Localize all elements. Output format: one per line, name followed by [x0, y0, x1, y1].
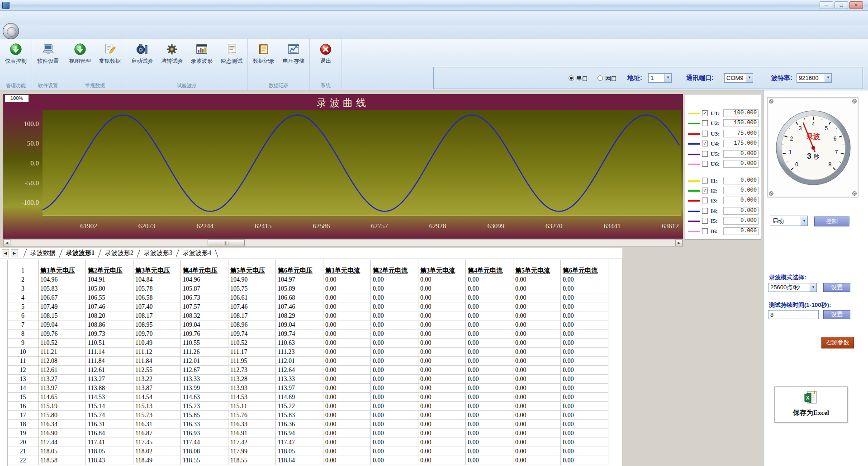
run-mode-select[interactable]: 启动▼	[770, 216, 808, 226]
table-cell[interactable]: 104.96	[181, 275, 228, 284]
table-cell[interactable]: 0.00	[418, 275, 466, 284]
table-cell[interactable]: 0.00	[418, 329, 466, 339]
table-cell[interactable]: 114.53	[228, 393, 276, 402]
table-cell[interactable]: 0.00	[323, 275, 371, 284]
table-cell[interactable]: 0.00	[418, 366, 466, 375]
table-cell[interactable]: 115.11	[228, 402, 276, 411]
table-cell[interactable]: 105.78	[133, 284, 181, 293]
table-cell[interactable]: 0.00	[561, 402, 608, 411]
column-header[interactable]: 第5单元电流	[513, 266, 561, 275]
table-cell[interactable]: 0.00	[513, 284, 561, 293]
table-cell[interactable]: 0.00	[371, 402, 418, 411]
table-cell[interactable]: 113.93	[228, 384, 276, 393]
table-cell[interactable]: 105.75	[228, 284, 276, 293]
table-cell[interactable]: 0.00	[466, 375, 513, 384]
table-cell[interactable]: 0.00	[371, 366, 418, 375]
table-cell[interactable]: 0.00	[418, 311, 466, 320]
table-cell[interactable]: 0.00	[371, 420, 418, 429]
table-cell[interactable]: 112.55	[133, 366, 181, 375]
table-cell[interactable]: 115.13	[133, 402, 181, 411]
table-cell[interactable]: 0.00	[561, 429, 608, 438]
table-cell[interactable]: 0.00	[418, 384, 466, 393]
series-checkbox[interactable]	[702, 198, 708, 203]
table-cell[interactable]: 113.28	[228, 375, 276, 384]
table-cell[interactable]: 104.90	[228, 275, 276, 284]
row-number[interactable]	[8, 260, 38, 266]
table-cell[interactable]: 0.00	[418, 402, 466, 411]
table-cell[interactable]: 0.00	[323, 384, 371, 393]
table-cell[interactable]: 0.00	[371, 411, 418, 420]
series-checkbox[interactable]	[702, 151, 708, 157]
table-cell[interactable]: 110.49	[133, 339, 181, 348]
table-cell[interactable]: 112.01	[181, 357, 228, 366]
table-cell[interactable]: 107.40	[133, 302, 181, 311]
table-cell[interactable]: 118.05	[38, 447, 86, 456]
scroll-right-arrow-icon[interactable]: ▶	[675, 240, 683, 246]
table-cell[interactable]: 112.64	[276, 366, 323, 375]
table-cell[interactable]: 0.00	[513, 411, 561, 420]
table-cell[interactable]: 104.96	[38, 275, 86, 284]
table-cell[interactable]: 0.00	[371, 429, 418, 438]
table-cell[interactable]: 0.00	[513, 357, 561, 366]
table-cell[interactable]: 105.87	[181, 284, 228, 293]
minimize-button[interactable]: ─	[820, 1, 833, 9]
table-cell[interactable]: 118.43	[86, 456, 133, 465]
ribbon-button[interactable]: 常规数据	[95, 42, 124, 64]
table-cell[interactable]: 108.17	[133, 311, 181, 320]
table-cell[interactable]: 118.64	[276, 456, 323, 465]
table-cell[interactable]: 107.46	[228, 302, 276, 311]
table-cell[interactable]: 109.04	[181, 320, 228, 329]
table-cell[interactable]: 110.63	[276, 339, 323, 348]
table-cell[interactable]: 0.00	[513, 456, 561, 465]
row-number[interactable]: 11	[8, 357, 38, 366]
column-header[interactable]: 第3单元电压	[133, 266, 181, 275]
table-cell[interactable]: 116.31	[86, 420, 133, 429]
column-header[interactable]: 第1单元电压	[38, 266, 86, 275]
table-cell[interactable]: 109.76	[181, 329, 228, 339]
row-number[interactable]: 3	[8, 284, 38, 293]
table-cell[interactable]: 115.74	[86, 411, 133, 420]
table-cell[interactable]: 113.27	[86, 375, 133, 384]
table-cell[interactable]: 0.00	[371, 357, 418, 366]
ribbon-button[interactable]: 视图管理	[66, 42, 95, 64]
table-cell[interactable]: 109.70	[133, 329, 181, 339]
table-cell[interactable]: 0.00	[466, 302, 513, 311]
ribbon-button[interactable]: 数据记录	[249, 42, 278, 64]
row-number[interactable]: 13	[8, 375, 38, 384]
series-checkbox[interactable]	[702, 208, 708, 214]
table-cell[interactable]: 0.00	[466, 275, 513, 284]
table-cell[interactable]: 0.00	[371, 284, 418, 293]
scroll-left-arrow-icon[interactable]: ◀	[3, 240, 10, 246]
table-cell[interactable]: 116.33	[228, 420, 276, 429]
table-cell[interactable]: 0.00	[466, 393, 513, 402]
table-cell[interactable]: 0.00	[466, 366, 513, 375]
row-number[interactable]: 19	[8, 429, 38, 438]
table-cell[interactable]: 111.84	[86, 357, 133, 366]
table-cell[interactable]: 106.55	[86, 293, 133, 302]
table-cell[interactable]: 0.00	[513, 366, 561, 375]
table-cell[interactable]: 104.91	[86, 275, 133, 284]
ribbon-button[interactable]: 录波波形	[187, 42, 216, 64]
table-cell[interactable]: 0.00	[323, 293, 371, 302]
table-cell[interactable]: 116.91	[228, 429, 276, 438]
table-cell[interactable]: 0.00	[323, 393, 371, 402]
table-cell[interactable]: 0.00	[466, 402, 513, 411]
table-cell[interactable]: 107.46	[276, 302, 323, 311]
table-cell[interactable]: 0.00	[323, 339, 371, 348]
table-cell[interactable]: 116.93	[181, 429, 228, 438]
table-cell[interactable]: 116.31	[133, 420, 181, 429]
table-cell[interactable]: 0.00	[513, 275, 561, 284]
table-cell[interactable]: 0.00	[513, 447, 561, 456]
table-cell[interactable]: 0.00	[371, 447, 418, 456]
table-cell[interactable]: 112.73	[228, 366, 276, 375]
table-cell[interactable]: 118.05	[86, 447, 133, 456]
table-cell[interactable]: 0.00	[323, 411, 371, 420]
table-cell[interactable]: 0.00	[513, 329, 561, 339]
table-cell[interactable]: 0.00	[561, 447, 608, 456]
table-cell[interactable]: 114.69	[276, 393, 323, 402]
table-cell[interactable]: 107.57	[181, 302, 228, 311]
table-cell[interactable]: 113.87	[133, 384, 181, 393]
table-cell[interactable]	[228, 260, 276, 266]
table-cell[interactable]: 108.96	[228, 320, 276, 329]
series-checkbox[interactable]: ✓	[702, 110, 708, 116]
